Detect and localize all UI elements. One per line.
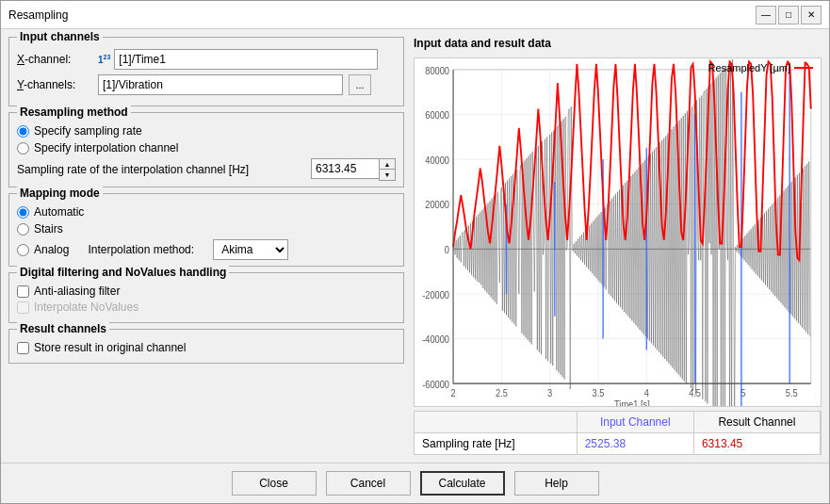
channel-icon: 123 [98,54,110,65]
chart-section-label: Input data and result data [414,37,822,50]
result-channel-value: 6313.45 [693,433,820,455]
sampling-rate-data-row: Sampling rate [Hz] 2525.38 6313.45 [415,433,821,455]
svg-text:20000: 20000 [425,200,449,211]
x-channel-input[interactable]: [1]/Time1 [114,49,378,70]
digital-filtering-label: Digital filtering and NoValues handling [17,266,229,279]
svg-text:4.5: 4.5 [689,388,701,399]
automatic-row: Automatic [17,205,396,219]
bottom-bar: Close Cancel Calculate Help [1,463,829,503]
svg-text:60000: 60000 [425,110,449,122]
maximize-button[interactable]: □ [778,6,799,24]
window-title: Resampling [8,8,68,22]
svg-text:3.5: 3.5 [593,388,605,399]
specify-interpolation-radio[interactable] [17,142,29,154]
automatic-radio[interactable] [17,206,29,219]
stairs-row: Stairs [17,222,396,236]
right-panel: Input data and result data ResampledY [µ… [414,37,822,455]
title-bar: Resampling — □ ✕ [1,1,829,29]
input-channels-label: Input channels [17,30,103,43]
row-label: Sampling rate [Hz] [415,433,577,455]
table-header-input: Input Channel [577,412,693,433]
sampling-rate-input[interactable]: 6313.45 [311,158,379,179]
anti-aliasing-checkbox[interactable] [17,285,29,298]
table-header-empty [415,412,577,433]
svg-text:2.5: 2.5 [496,388,508,399]
main-window: Resampling — □ ✕ Input channels X-channe… [0,0,830,504]
data-table: Input Channel Result Channel Sampling ra… [414,411,822,455]
y-channel-label: Y-channels: [17,78,92,91]
legend-text: ResampledY [µm] [708,62,790,73]
svg-text:5.5: 5.5 [786,388,798,399]
svg-text:0: 0 [445,244,450,255]
chart-svg: 80000 60000 40000 20000 0 -20000 -40000 … [415,58,821,406]
specify-interpolation-row: Specify interpolation channel [17,141,396,154]
input-channel-value: 2525.38 [577,433,693,455]
store-result-label[interactable]: Store result in original channel [34,341,186,354]
sampling-rate-row: Sampling rate of the interpolation chann… [17,158,396,181]
minimize-button[interactable]: — [756,6,776,24]
x-channel-row: X-channel: 123 [1]/Time1 [17,49,396,70]
stairs-radio-label[interactable]: Stairs [34,222,63,236]
x-channel-label: X-channel: [17,53,92,66]
specify-interpolation-radio-label[interactable]: Specify interpolation channel [34,141,178,154]
svg-text:-20000: -20000 [422,289,449,301]
interpolation-method-select[interactable]: Akima Linear Spline [213,239,288,260]
left-panel: Input channels X-channel: 123 [1]/Time1 [8,37,404,455]
browse-button[interactable]: ... [349,74,371,95]
help-button[interactable]: Help [514,471,599,496]
result-channels-label: Result channels [17,322,109,335]
resampling-method-group: Resampling method Specify sampling rate … [8,112,404,187]
specify-sampling-rate-row: Specify sampling rate [17,124,396,138]
close-button[interactable]: ✕ [801,6,822,24]
store-result-row: Store result in original channel [17,341,396,354]
interpolation-method-label: Interpolation method: [88,243,194,256]
svg-text:2: 2 [450,388,456,399]
sampling-rate-label: Sampling rate of the interpolation chann… [17,163,305,176]
analog-radio-wrapper: Analog [17,243,69,256]
spin-down-button[interactable]: ▼ [380,170,395,180]
y-channel-input[interactable]: [1]/Vibration [98,74,343,95]
chart-container: ResampledY [µm] [414,57,822,407]
digital-filtering-group: Digital filtering and NoValues handling … [8,272,404,323]
svg-text:80000: 80000 [425,65,449,76]
window-controls: — □ ✕ [756,6,822,24]
analog-radio-label[interactable]: Analog [34,243,69,256]
stairs-radio[interactable] [17,223,29,236]
content-area: Input channels X-channel: 123 [1]/Time1 [1,29,829,463]
y-channel-row: Y-channels: [1]/Vibration ... [17,74,396,95]
mapping-mode-group: Mapping mode Automatic Stairs Analog [8,193,404,267]
svg-text:3: 3 [547,388,553,399]
specify-sampling-rate-radio-label[interactable]: Specify sampling rate [34,124,142,138]
interpolate-no-values-label: Interpolate NoValues [34,301,138,314]
close-button[interactable]: Close [232,471,317,496]
spin-up-button[interactable]: ▲ [380,159,395,170]
result-channels-group: Result channels Store result in original… [8,329,404,364]
mapping-mode-label: Mapping mode [17,187,103,200]
table-header-result: Result Channel [693,412,820,433]
input-channels-group: Input channels X-channel: 123 [1]/Time1 [8,37,404,106]
chart-legend: ResampledY [µm] [708,62,813,73]
spin-buttons: ▲ ▼ [379,158,396,181]
legend-line [794,67,813,69]
anti-aliasing-row: Anti-aliasing filter [17,285,396,298]
interpolate-no-values-row: Interpolate NoValues [17,301,396,314]
calculate-button[interactable]: Calculate [420,471,505,496]
analog-interp-row: Analog Interpolation method: Akima Linea… [17,239,396,260]
svg-text:40000: 40000 [425,154,449,166]
resampling-method-label: Resampling method [17,106,131,119]
svg-text:4: 4 [644,388,650,399]
store-result-checkbox[interactable] [17,342,29,354]
anti-aliasing-label[interactable]: Anti-aliasing filter [34,285,120,298]
interpolate-no-values-checkbox [17,301,29,314]
svg-text:-60000: -60000 [422,379,449,390]
svg-text:-40000: -40000 [422,334,449,346]
sampling-rate-spinbox: 6313.45 ▲ ▼ [311,158,396,181]
cancel-button[interactable]: Cancel [326,471,411,496]
analog-radio[interactable] [17,244,29,256]
svg-text:Time1 [s]: Time1 [s] [614,399,650,406]
specify-sampling-rate-radio[interactable] [17,125,29,138]
automatic-radio-label[interactable]: Automatic [34,205,84,219]
